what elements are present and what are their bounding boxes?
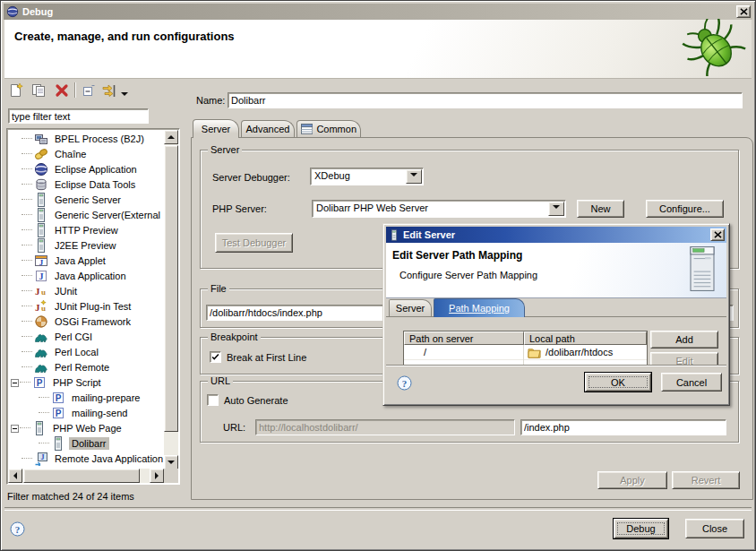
- tree-item-generic-server-external-la[interactable]: Generic Server(External La: [9, 207, 163, 222]
- scroll-right-button[interactable]: [150, 469, 164, 483]
- new-configuration-button[interactable]: [8, 82, 24, 99]
- tree-item-label: Eclipse Data Tools: [52, 178, 138, 191]
- dialog-close-button[interactable]: [710, 228, 725, 241]
- tree-guide-line: [21, 458, 32, 460]
- tree-item-junit[interactable]: JuJUnit: [9, 283, 163, 298]
- filter-input[interactable]: [8, 108, 149, 124]
- collapse-toggle-icon[interactable]: [11, 424, 19, 432]
- eclipse-icon: [34, 162, 48, 176]
- close-icon: [740, 8, 748, 15]
- auto-generate-checkbox[interactable]: [207, 394, 219, 406]
- php-icon: P: [51, 406, 65, 420]
- path-on-server-header[interactable]: Path on server: [404, 331, 524, 345]
- debug-bug-icon: [681, 19, 747, 76]
- tree-item-label: JUnit: [52, 285, 80, 297]
- tree-vertical-scrollbar[interactable]: [164, 130, 178, 469]
- tree-horizontal-scrollbar[interactable]: [8, 469, 164, 483]
- tree-guide-line: [21, 199, 32, 201]
- tree-guide-line: [21, 214, 32, 216]
- tree-item-cha-ne[interactable]: Chaîne: [9, 146, 163, 161]
- applet-icon: J: [34, 254, 48, 268]
- break-at-first-line-checkbox[interactable]: [210, 351, 221, 363]
- svg-text:P: P: [56, 393, 62, 403]
- window-close-button[interactable]: [736, 5, 751, 18]
- osgi-icon: [34, 314, 48, 329]
- tree-item-generic-server[interactable]: Generic Server: [9, 192, 163, 207]
- tab-server-label: Server: [202, 124, 230, 134]
- collapse-all-button[interactable]: [81, 82, 97, 99]
- server-icon: [34, 223, 48, 237]
- toolbar-dropdown-caret-icon[interactable]: [121, 92, 128, 99]
- add-mapping-button[interactable]: Add: [650, 331, 718, 349]
- dialog-title: Edit Server: [403, 229, 455, 240]
- tree-item-php-script[interactable]: PPHP Script: [9, 375, 163, 390]
- tree-item-remote-java-application[interactable]: JRemote Java Application: [9, 451, 163, 466]
- tree-item-perl-cgi[interactable]: Perl CGI: [9, 329, 163, 344]
- tree-item-mailing-prepare[interactable]: Pmailing-prepare: [9, 390, 163, 405]
- chevron-down-icon[interactable]: [548, 202, 564, 216]
- horizontal-scroll-thumb[interactable]: [23, 469, 140, 483]
- tab-advanced-label: Advanced: [246, 124, 290, 134]
- tree-item-bpel-process-b2j[interactable]: BPEL Process (B2J): [9, 131, 163, 146]
- path-mapping-table: Path on server Local path //dolibarr/htd…: [403, 331, 648, 367]
- server-debugger-label: Server Debugger:: [212, 172, 290, 183]
- tree-item-label: Perl CGI: [52, 331, 95, 343]
- remote-java-icon: J: [34, 452, 48, 466]
- tab-common[interactable]: Common: [296, 120, 361, 137]
- vertical-scroll-thumb[interactable]: [164, 145, 178, 432]
- svg-text:J: J: [35, 302, 40, 313]
- dialog-titlebar[interactable]: Edit Server: [386, 227, 726, 243]
- local-path-header[interactable]: Local path: [524, 331, 647, 345]
- tree-item-php-web-page[interactable]: PHP Web Page: [9, 420, 163, 435]
- svg-text:J: J: [39, 271, 44, 281]
- tree-item-osgi-framework[interactable]: OSGi Framework: [9, 314, 163, 329]
- scroll-down-button[interactable]: [164, 455, 178, 469]
- tree-guide-line: [21, 275, 32, 277]
- tree-item-dolibarr[interactable]: Dolibarr: [9, 435, 163, 451]
- url-path-input[interactable]: [520, 419, 726, 435]
- tree-guide-line: [21, 351, 32, 353]
- tree-item-eclipse-data-tools[interactable]: Eclipse Data Tools: [9, 176, 163, 192]
- name-input[interactable]: [228, 92, 743, 108]
- dialog-tab-server[interactable]: Server: [389, 299, 432, 316]
- tree-item-j2ee-preview[interactable]: J2EE Preview: [9, 237, 163, 253]
- tree-item-label: mailing-send: [69, 407, 130, 419]
- tree-item-junit-plug-in-test[interactable]: JuJUnit Plug-in Test: [9, 298, 163, 314]
- tree-item-http-preview[interactable]: HTTP Preview: [9, 222, 163, 237]
- scroll-up-button[interactable]: [164, 130, 178, 144]
- help-icon[interactable]: ?: [10, 521, 25, 537]
- debug-button[interactable]: Debug: [614, 519, 668, 538]
- tree-guide-line: [21, 168, 32, 170]
- tree-item-java-applet[interactable]: JJava Applet: [9, 253, 163, 268]
- tree-guide-line: [21, 229, 32, 231]
- server-tower-icon: [686, 245, 718, 292]
- php-server-select[interactable]: Dolibarr PHP Web Server: [312, 200, 566, 218]
- tree-item-perl-remote[interactable]: Perl Remote: [9, 359, 163, 375]
- window-titlebar[interactable]: Debug: [4, 4, 752, 20]
- tab-server[interactable]: Server: [193, 119, 239, 138]
- close-button[interactable]: Close: [685, 519, 744, 538]
- tree-item-java-application[interactable]: JJava Application: [9, 268, 163, 283]
- collapse-toggle-icon[interactable]: [11, 378, 19, 386]
- tree-item-perl-local[interactable]: Perl Local: [9, 344, 163, 359]
- scroll-left-button[interactable]: [8, 469, 22, 483]
- filter-button[interactable]: [101, 82, 117, 99]
- server-debugger-select[interactable]: XDebug: [310, 168, 424, 185]
- tab-advanced[interactable]: Advanced: [241, 120, 295, 137]
- name-label: Name:: [196, 95, 225, 106]
- configure-server-button[interactable]: Configure...: [646, 200, 724, 218]
- dialog-tab-path-mapping[interactable]: Path Mapping: [434, 298, 525, 317]
- tree-item-mailing-send[interactable]: Pmailing-send: [9, 405, 163, 420]
- php-icon: P: [51, 391, 65, 405]
- ok-button[interactable]: OK: [585, 373, 651, 392]
- path-mapping-row[interactable]: //dolibarr/htdocs: [404, 345, 647, 360]
- cancel-button[interactable]: Cancel: [661, 373, 722, 392]
- delete-button[interactable]: [54, 82, 70, 99]
- duplicate-button[interactable]: [30, 82, 47, 99]
- dialog-footer: ? OK Cancel: [386, 365, 726, 402]
- chevron-down-icon[interactable]: [406, 169, 422, 184]
- new-server-button[interactable]: New: [577, 200, 624, 218]
- tree-item-eclipse-application[interactable]: Eclipse Application: [9, 161, 163, 176]
- dialog-help-icon[interactable]: ?: [397, 375, 412, 391]
- tree-item-label: Perl Remote: [52, 361, 112, 374]
